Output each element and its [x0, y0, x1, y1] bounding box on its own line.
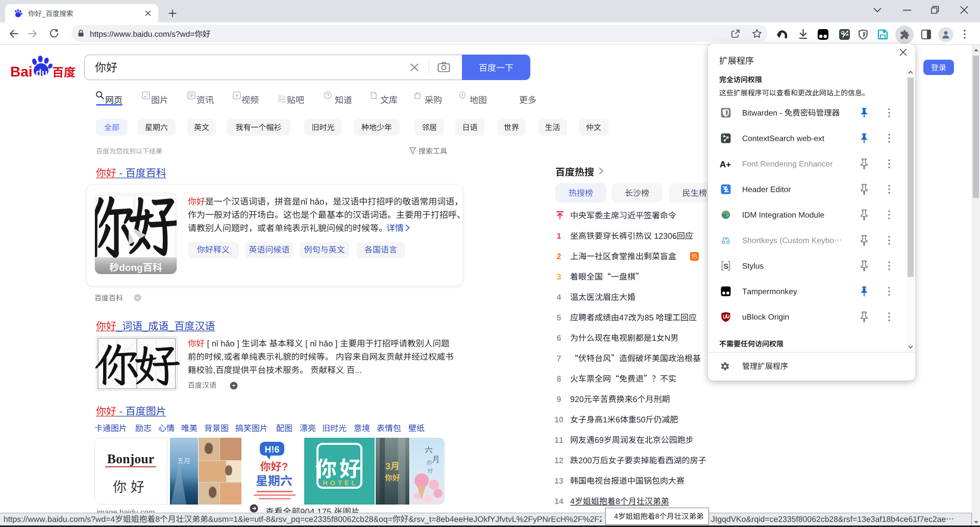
svg-text:A+: A+: [720, 160, 731, 169]
svg-text:S: S: [723, 262, 728, 270]
